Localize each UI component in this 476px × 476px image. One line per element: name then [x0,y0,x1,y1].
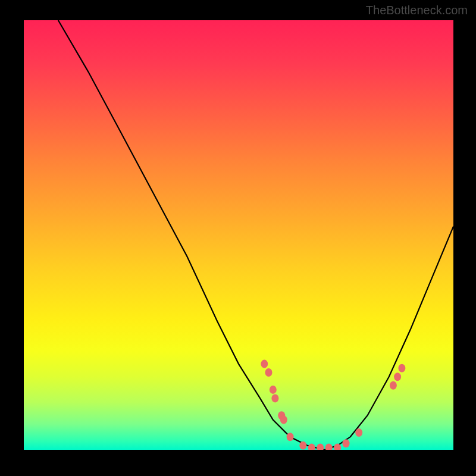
chart-plot-area [24,20,453,450]
curve-marker [325,443,333,450]
curve-markers [261,360,405,450]
curve-marker [280,416,287,424]
watermark-text: TheBottleneck.com [366,4,468,17]
curve-marker [398,364,405,372]
curve-marker [299,441,306,450]
curve-marker [390,381,397,390]
curve-marker [261,360,268,368]
curve-marker [271,394,278,402]
curve-marker [308,443,315,450]
curve-marker [270,386,277,394]
curve-marker [265,368,273,377]
curve-marker [317,443,324,450]
curve-marker [394,372,401,381]
curve-marker [355,428,362,437]
chart-svg [24,20,453,450]
curve-marker [343,439,350,447]
curve-marker [287,433,294,441]
